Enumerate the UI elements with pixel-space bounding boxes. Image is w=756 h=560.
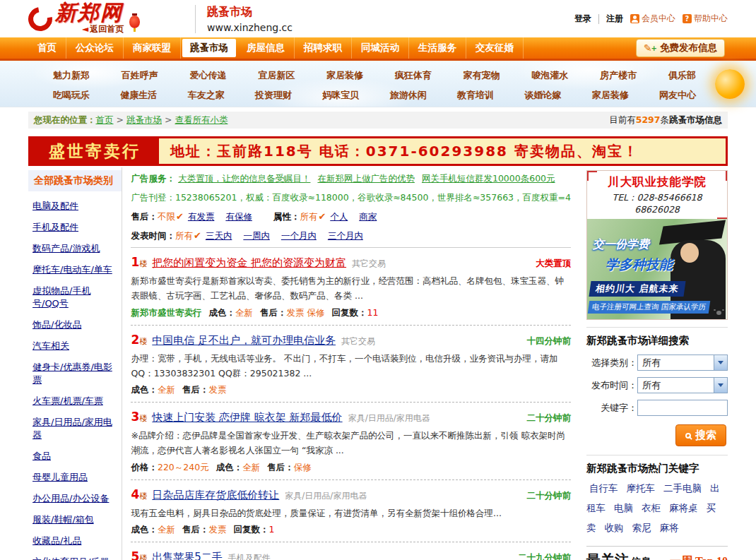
subnav-link[interactable]: 家居装修 <box>326 69 363 82</box>
filter-selected[interactable]: 所有✔ <box>300 211 326 222</box>
sidebar-category-link[interactable]: 摩托车/电动车/单车 <box>33 263 116 276</box>
sidebar-category-link[interactable]: 电脑及配件 <box>33 200 116 213</box>
ad-service-label: 广告服务： <box>131 173 175 184</box>
nav-item[interactable]: 公众论坛 <box>66 37 124 59</box>
subnav-link[interactable]: 房产楼市 <box>600 69 637 82</box>
listing-category[interactable]: 其它交易 <box>341 335 375 347</box>
nav-item[interactable]: 生活服务 <box>409 37 466 59</box>
chevron-down-icon[interactable] <box>714 355 727 370</box>
post-info-button[interactable]: ✎+ 免费发布信息 <box>636 39 725 57</box>
subnav-link[interactable]: 百姓呼声 <box>122 69 158 82</box>
sidebar-category-link[interactable]: 汽车相关 <box>33 340 116 352</box>
subnav-link[interactable]: 家有宠物 <box>463 69 500 82</box>
search-button[interactable]: 搜索 <box>675 424 726 446</box>
filter-selected[interactable]: 所有✔ <box>175 230 201 241</box>
listing-category[interactable]: 家具/日用品/家用电器 <box>348 412 430 424</box>
sidebar-category-link[interactable]: 家具/日用品/家用电器 <box>33 416 116 441</box>
listing-category[interactable]: 家具/日用品/家用电器 <box>285 490 367 502</box>
listing-category[interactable]: 手机及配件 <box>228 552 271 560</box>
sidebar-category-link[interactable]: 食品 <box>33 450 116 463</box>
subnav-link[interactable]: 唆泡灌水 <box>531 69 568 82</box>
category-select[interactable]: 所有 <box>637 355 728 371</box>
publish-time-select[interactable]: 所有 <box>637 377 728 393</box>
account-link[interactable]: 会员中心 <box>630 13 675 25</box>
filter-option-link[interactable]: 三个月内 <box>328 230 363 241</box>
listing-title-link[interactable]: 把您的闲置变为资金 把您的资源变为财富 <box>152 256 346 270</box>
subnav-link[interactable]: 魅力新郑 <box>53 69 90 82</box>
account-link[interactable]: 帮助中心 <box>683 13 728 25</box>
filter-option-link[interactable]: 三天内 <box>206 230 232 241</box>
sidebar-category-link[interactable]: 文化体育用品/乐器 <box>33 556 116 560</box>
hot-keyword-link[interactable]: 摩托车 <box>627 482 656 494</box>
nav-item[interactable]: 房屋信息 <box>237 37 295 59</box>
sidebar-category-link[interactable]: 饰品/化妆品 <box>33 318 116 331</box>
sidebar-category-link[interactable]: 手机及配件 <box>33 221 116 234</box>
subnav-link[interactable]: 旅游休闲 <box>390 89 427 102</box>
promo-banner[interactable]: 盛世寄卖行 地址：玉前路118号 电话：0371-60293988 寄卖物品、淘… <box>28 136 728 166</box>
hot-keyword-link[interactable]: 索尼 <box>632 522 651 533</box>
nav-item[interactable]: 同城活动 <box>352 37 409 59</box>
subnav-link[interactable]: 车友之家 <box>188 89 225 102</box>
filter-option-link[interactable]: 商家 <box>359 211 377 222</box>
logo-text: 新郑网 <box>55 2 124 23</box>
subnav-link[interactable]: 疯狂体育 <box>395 69 432 82</box>
subnav-link[interactable]: 宜居新区 <box>258 69 295 82</box>
hot-keyword-link[interactable]: 电脑 <box>614 502 633 513</box>
ad-service-link[interactable]: 在新郑网上做广告的优势 <box>317 173 415 184</box>
account-link[interactable]: 注册 <box>606 13 623 25</box>
sidebar-category-link[interactable]: 虚拟物品/手机号/QQ号 <box>33 285 116 310</box>
sidebar-category-link[interactable]: 火车票/机票/车票 <box>33 395 116 407</box>
ad-service-link[interactable]: 大类置顶，让您的信息备受瞩目！ <box>178 173 311 184</box>
subnav-link[interactable]: 爱心传递 <box>190 69 227 82</box>
sidebar-category-link[interactable]: 健身卡/优惠券/电影票 <box>33 361 116 386</box>
ad-service-link[interactable]: 网关手机短信群发10000条600元 <box>422 173 555 184</box>
nav-item[interactable]: 商家联盟 <box>124 37 181 59</box>
nav-item[interactable]: 首页 <box>28 37 66 59</box>
subnav-link[interactable]: 教育培训 <box>457 89 494 102</box>
floor-suffix: 楼 <box>139 554 147 560</box>
subnav-link[interactable]: 俱乐部 <box>668 69 696 82</box>
filter-option-link[interactable]: 个人 <box>330 211 348 222</box>
breadcrumb-link[interactable]: 首页 <box>96 114 114 125</box>
listing-title-link[interactable]: 日杂品店库存货底低价转让 <box>152 489 279 502</box>
keyword-input[interactable] <box>637 400 728 416</box>
nav-item[interactable]: 跳蚤市场 <box>182 39 236 57</box>
subnav-link[interactable]: 健康生活 <box>120 89 157 102</box>
nav-item[interactable]: 招聘求职 <box>295 37 352 59</box>
sidebar-category-link[interactable]: 母婴儿童用品 <box>33 471 116 484</box>
listing-title-link[interactable]: 中国电信 足不出户，就可办理电信业务 <box>152 334 336 347</box>
account-link[interactable]: 登录 <box>574 13 591 25</box>
filter-option-link[interactable]: 一周内 <box>243 230 270 241</box>
filter-option-link[interactable]: 一个月内 <box>281 230 317 241</box>
subnav-link[interactable]: 投资理财 <box>255 89 292 102</box>
listing-category[interactable]: 其它交易 <box>352 258 386 270</box>
sidebar-ad[interactable]: 川大职业技能学院 TEL：028-85466618 68626028 交一份学费… <box>586 170 728 320</box>
listing-title-link[interactable]: 快速上门安装 恋伊牌 晾衣架 新郑最低价 <box>152 411 342 424</box>
hot-keyword-link[interactable]: 麻将桌 <box>669 502 698 513</box>
sidebar-category-link[interactable]: 服装/鞋帽/箱包 <box>33 513 116 526</box>
filter-option-link[interactable]: 有保修 <box>225 211 252 222</box>
sidebar-category-link[interactable]: 数码产品/游戏机 <box>33 242 116 255</box>
breadcrumb-link[interactable]: 跳蚤市场 <box>126 114 162 125</box>
count-mid: 条 <box>661 114 670 125</box>
sidebar-category-link[interactable]: 办公用品/办公设备 <box>33 492 116 505</box>
subnav-link[interactable]: 网友中心 <box>659 89 696 102</box>
back-home-link[interactable]: ◄返回首页 <box>82 23 124 35</box>
breadcrumb-link[interactable]: 查看所有小类 <box>175 114 228 125</box>
chevron-down-icon[interactable] <box>714 378 727 393</box>
filter-option-link[interactable]: 有发票 <box>188 211 215 222</box>
subnav-link[interactable]: 吃喝玩乐 <box>53 89 90 102</box>
hot-keyword-link[interactable]: 自行车 <box>589 482 618 494</box>
subnav-link[interactable]: 家居装修 <box>592 89 629 102</box>
hot-keyword-link[interactable]: 二手电脑 <box>663 482 702 494</box>
hot-keyword-link[interactable]: 麻将 <box>660 522 679 533</box>
hot-keyword-link[interactable]: 衣柜 <box>642 502 661 513</box>
filter-selected[interactable]: 不限✔ <box>158 211 184 222</box>
subnav-link[interactable]: 谈婚论嫁 <box>524 89 561 102</box>
subnav-link[interactable]: 妈咪宝贝 <box>322 89 359 102</box>
sidebar-category-link[interactable]: 收藏品/礼品 <box>33 535 116 547</box>
hot-keyword-link[interactable]: 收购 <box>605 522 624 533</box>
site-logo[interactable]: 新郑网 ◄返回首页 <box>28 2 191 35</box>
nav-item[interactable]: 交友征婚 <box>466 37 524 59</box>
listing-title-link[interactable]: 出售苹果5二手 <box>152 551 223 560</box>
